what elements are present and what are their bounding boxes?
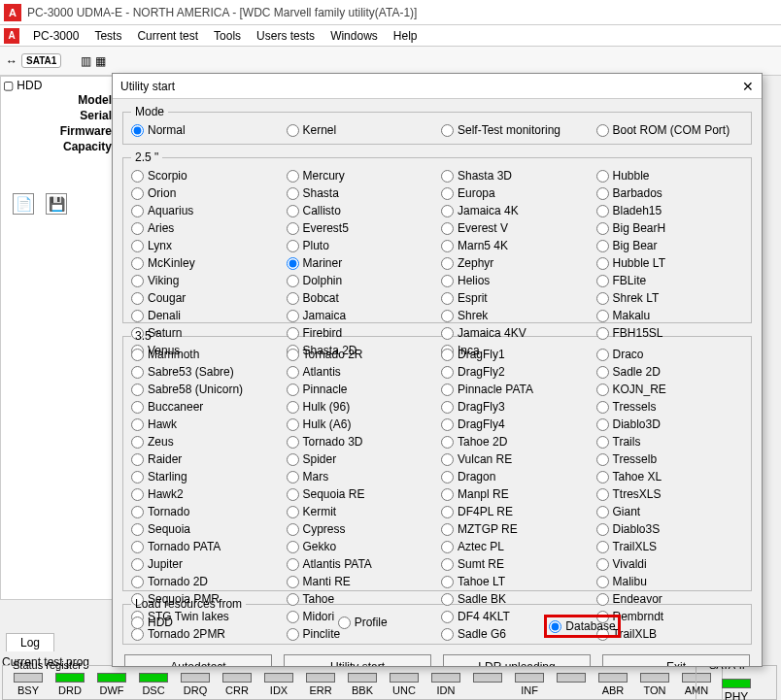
radio-input[interactable]: [549, 620, 561, 633]
radio-option[interactable]: TtresXLS: [596, 486, 744, 502]
radio-input[interactable]: [596, 170, 609, 183]
radio-option[interactable]: FBLite: [596, 273, 744, 288]
radio-option[interactable]: Gekko: [287, 539, 434, 554]
radio-input[interactable]: [131, 617, 144, 629]
radio-input[interactable]: [441, 523, 454, 536]
menu-item[interactable]: PC-3000: [25, 27, 86, 45]
radio-option[interactable]: Hulk (A6): [287, 417, 434, 432]
radio-input[interactable]: [596, 187, 609, 200]
radio-input[interactable]: [131, 558, 144, 571]
radio-option[interactable]: Hubble LT: [596, 255, 744, 271]
radio-option[interactable]: Sabre58 (Unicorn): [131, 382, 279, 397]
radio-option[interactable]: Aquarius: [131, 203, 279, 218]
radio-option[interactable]: Europa: [441, 185, 589, 201]
radio-option[interactable]: Scorpio: [131, 168, 279, 183]
radio-option[interactable]: Viking: [131, 273, 279, 288]
radio-input[interactable]: [287, 124, 299, 137]
radio-input[interactable]: [441, 593, 454, 606]
radio-input[interactable]: [131, 453, 144, 466]
tree-root[interactable]: ▢ HDD: [3, 79, 114, 92]
radio-input[interactable]: [287, 418, 299, 431]
radio-option[interactable]: Cougar: [131, 290, 279, 306]
radio-option[interactable]: Malibu: [596, 574, 744, 589]
radio-input[interactable]: [338, 617, 351, 629]
radio-option[interactable]: Bobcat: [287, 290, 434, 306]
radio-input[interactable]: [596, 471, 609, 483]
radio-input[interactable]: [441, 292, 454, 305]
radio-input[interactable]: [131, 170, 144, 183]
radio-option[interactable]: Shasta: [287, 185, 434, 201]
radio-option[interactable]: Vulcan RE: [441, 451, 589, 467]
radio-input[interactable]: [131, 124, 144, 137]
tab-log[interactable]: Log: [6, 633, 54, 651]
radio-input[interactable]: [441, 383, 454, 396]
radio-input[interactable]: [131, 257, 144, 270]
radio-option[interactable]: Mars: [287, 469, 434, 484]
radio-option[interactable]: Tornado: [131, 504, 279, 519]
radio-input[interactable]: [596, 488, 609, 501]
radio-option[interactable]: Raider: [131, 451, 279, 467]
radio-input[interactable]: [131, 240, 144, 252]
radio-input[interactable]: [287, 453, 299, 466]
menu-item[interactable]: Tools: [206, 27, 249, 45]
radio-option[interactable]: DF4PL RE: [441, 504, 589, 519]
radio-option[interactable]: Jamaica 4KV: [441, 325, 589, 341]
radio-input[interactable]: [441, 275, 454, 287]
radio-option[interactable]: Everest V: [441, 220, 589, 236]
radio-input[interactable]: [287, 593, 299, 606]
radio-input[interactable]: [596, 349, 609, 361]
radio-input[interactable]: [596, 240, 609, 252]
radio-input[interactable]: [287, 471, 299, 483]
radio-option[interactable]: Tahoe XL: [596, 469, 744, 484]
radio-input[interactable]: [131, 436, 144, 449]
autodetect-button[interactable]: Autodetect: [124, 654, 272, 666]
radio-input[interactable]: [131, 488, 144, 501]
radio-option[interactable]: Giant: [596, 504, 744, 519]
radio-option[interactable]: DragFly4: [441, 417, 589, 432]
radio-input[interactable]: [596, 523, 609, 536]
radio-input[interactable]: [441, 541, 454, 553]
radio-input[interactable]: [441, 576, 454, 588]
radio-input[interactable]: [131, 310, 144, 322]
radio-option[interactable]: Jamaica 4K: [441, 203, 589, 218]
radio-option[interactable]: Dragon: [441, 469, 589, 484]
radio-option[interactable]: Sadle BK: [441, 591, 589, 607]
radio-option[interactable]: Pinnacle: [287, 382, 434, 397]
radio-option[interactable]: DragFly3: [441, 399, 589, 415]
radio-input[interactable]: [131, 506, 144, 518]
radio-option[interactable]: Firebird: [287, 325, 434, 341]
radio-option[interactable]: KOJN_RE: [596, 382, 744, 397]
radio-option[interactable]: Callisto: [287, 203, 434, 218]
radio-option[interactable]: Normal: [131, 122, 279, 138]
radio-option[interactable]: Hawk: [131, 417, 279, 432]
radio-input[interactable]: [596, 327, 609, 340]
radio-option[interactable]: Bladeh15: [596, 203, 744, 218]
radio-option[interactable]: Everest5: [287, 220, 434, 236]
radio-option[interactable]: Manpl RE: [441, 486, 589, 502]
radio-option[interactable]: Makalu: [596, 308, 744, 323]
radio-option[interactable]: Pluto: [287, 238, 434, 253]
radio-option[interactable]: Big Bear: [596, 238, 744, 253]
radio-option[interactable]: Trails: [596, 434, 744, 450]
radio-option[interactable]: Pinnacle PATA: [441, 382, 589, 397]
radio-option[interactable]: Profile: [338, 615, 537, 630]
radio-option[interactable]: Marn5 4K: [441, 238, 589, 253]
radio-input[interactable]: [596, 401, 609, 414]
radio-input[interactable]: [131, 187, 144, 200]
radio-input[interactable]: [596, 124, 609, 137]
radio-input[interactable]: [596, 275, 609, 287]
radio-option[interactable]: Lynx: [131, 238, 279, 253]
radio-option[interactable]: DragFly2: [441, 364, 589, 380]
radio-input[interactable]: [131, 523, 144, 536]
radio-option[interactable]: Tresselb: [596, 451, 744, 467]
exit-button[interactable]: Exit: [602, 654, 750, 666]
radio-option[interactable]: Tahoe 2D: [441, 434, 589, 450]
radio-input[interactable]: [441, 310, 454, 322]
radio-input[interactable]: [287, 488, 299, 501]
radio-option[interactable]: Boot ROM (COM Port): [596, 122, 744, 138]
radio-option[interactable]: Database: [544, 615, 743, 638]
radio-option[interactable]: Barbados: [596, 185, 744, 201]
radio-option[interactable]: Helios: [441, 273, 589, 288]
radio-input[interactable]: [441, 436, 454, 449]
radio-input[interactable]: [441, 506, 454, 518]
